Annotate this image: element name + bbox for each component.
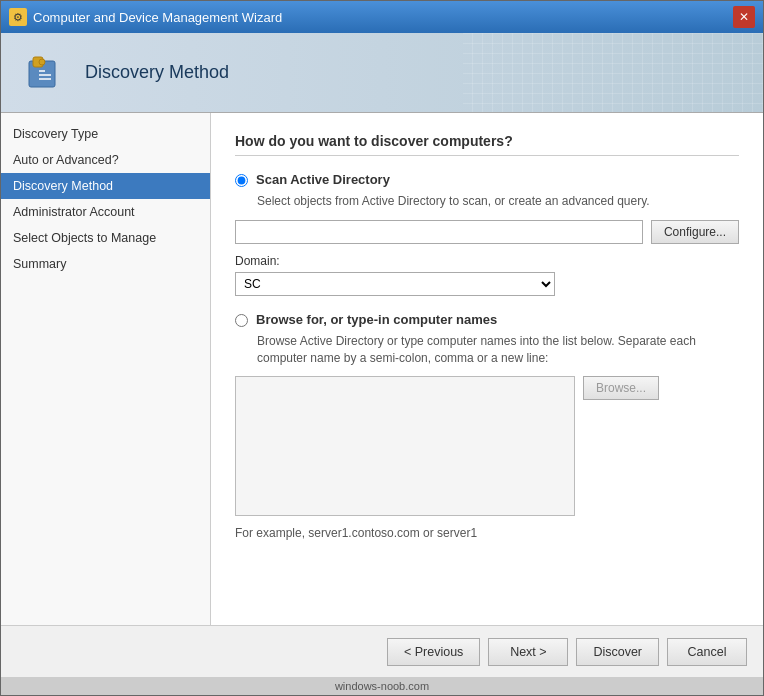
option1-radio-row: Scan Active Directory xyxy=(235,172,739,187)
browse-btn-container: Browse... xyxy=(583,376,659,400)
sidebar-item-select-objects[interactable]: Select Objects to Manage xyxy=(1,225,210,251)
scan-ad-label[interactable]: Scan Active Directory xyxy=(256,172,390,187)
sidebar-item-discovery-type[interactable]: Discovery Type xyxy=(1,121,210,147)
browse-button[interactable]: Browse... xyxy=(583,376,659,400)
ad-query-input[interactable] xyxy=(235,220,643,244)
footer: < Previous Next > Discover Cancel xyxy=(1,625,763,677)
title-bar-left: ⚙ Computer and Device Management Wizard xyxy=(9,8,282,26)
configure-button[interactable]: Configure... xyxy=(651,220,739,244)
header-grid-decoration xyxy=(463,33,763,113)
wizard-body: Discovery Type Auto or Advanced? Discove… xyxy=(1,113,763,625)
previous-button[interactable]: < Previous xyxy=(387,638,480,666)
sidebar-item-auto-advanced[interactable]: Auto or Advanced? xyxy=(1,147,210,173)
scan-ad-radio[interactable] xyxy=(235,174,248,187)
title-bar: ⚙ Computer and Device Management Wizard … xyxy=(1,1,763,33)
next-button[interactable]: Next > xyxy=(488,638,568,666)
browse-label[interactable]: Browse for, or type-in computer names xyxy=(256,312,497,327)
watermark: windows-noob.com xyxy=(1,677,763,695)
domain-select[interactable]: SC xyxy=(235,272,555,296)
option2-radio-row: Browse for, or type-in computer names xyxy=(235,312,739,327)
sidebar-item-administrator-account[interactable]: Administrator Account xyxy=(1,199,210,225)
browse-radio[interactable] xyxy=(235,314,248,327)
svg-point-2 xyxy=(39,59,45,65)
window-icon: ⚙ xyxy=(9,8,27,26)
main-content: How do you want to discover computers? S… xyxy=(211,113,763,625)
close-button[interactable]: ✕ xyxy=(733,6,755,28)
wizard-header-title: Discovery Method xyxy=(85,62,229,83)
example-text: For example, server1.contoso.com or serv… xyxy=(235,526,739,540)
section-title: How do you want to discover computers? xyxy=(235,133,739,156)
computer-names-textarea[interactable] xyxy=(235,376,575,516)
window-title: Computer and Device Management Wizard xyxy=(33,10,282,25)
scan-ad-description: Select objects from Active Directory to … xyxy=(257,193,739,210)
sidebar-item-discovery-method[interactable]: Discovery Method xyxy=(1,173,210,199)
cancel-button[interactable]: Cancel xyxy=(667,638,747,666)
discover-button[interactable]: Discover xyxy=(576,638,659,666)
wizard-window: ⚙ Computer and Device Management Wizard … xyxy=(0,0,764,696)
wizard-header-icon xyxy=(21,49,69,97)
wizard-header: Discovery Method xyxy=(1,33,763,113)
browse-description: Browse Active Directory or type computer… xyxy=(257,333,739,367)
wizard-icon-svg xyxy=(25,53,65,93)
browse-area: Browse... xyxy=(235,376,739,516)
domain-label: Domain: xyxy=(235,254,739,268)
ad-input-row: Configure... xyxy=(235,220,739,244)
sidebar-item-summary[interactable]: Summary xyxy=(1,251,210,277)
sidebar: Discovery Type Auto or Advanced? Discove… xyxy=(1,113,211,625)
